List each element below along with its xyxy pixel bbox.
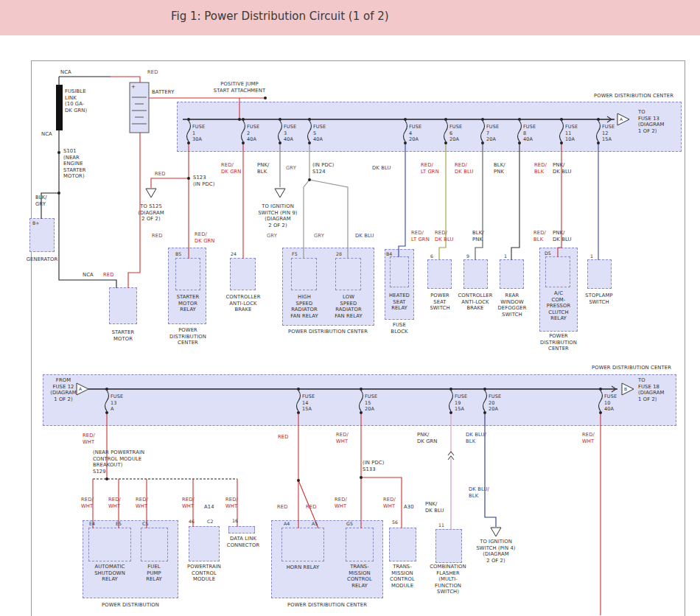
lbl-red-dkblu-2: RED/ DK BLU <box>435 230 454 242</box>
fuse-15-out-dot <box>360 411 363 414</box>
fuse-6-out-dot <box>444 141 447 144</box>
junction-dot <box>308 178 311 181</box>
pin-d5: D5 <box>545 251 551 257</box>
fuse-2-tap-dot <box>242 118 245 121</box>
fuse-8-element <box>518 121 522 141</box>
fuse-13-tap-dot <box>105 388 108 391</box>
junction-dot <box>57 192 60 195</box>
pin-g5: G5 <box>346 521 353 528</box>
fuse-5-tap-dot <box>308 118 311 121</box>
fuse-7-tap-dot <box>481 118 484 121</box>
pin-56: 56 <box>392 519 398 526</box>
fuse-6-element <box>444 121 448 141</box>
pin-11: 11 <box>438 522 444 529</box>
lbl-red-5: RED <box>278 434 289 441</box>
fuse-13-element <box>105 391 109 411</box>
lbl-asd-relay: AUTOMATIC SHUTDOWN RELAY <box>94 564 125 583</box>
lbl-pdc1-title: POWER DISTRIBUTION CENTER <box>594 93 673 99</box>
junction-dot <box>360 476 363 479</box>
fuse-15-tap-dot <box>360 388 363 391</box>
fuse-11-tap-dot <box>560 118 563 121</box>
lbl-red-6: RED <box>277 504 288 511</box>
fuse-19-tap-dot <box>449 388 452 391</box>
fuse-12-label: FUSE 12 15A <box>602 124 615 143</box>
fuse-4-tap-dot <box>404 118 407 121</box>
lbl-power-seat: POWER SEAT SWITCH <box>430 293 449 312</box>
fuse-8-out-dot <box>518 141 521 144</box>
lbl-nca-1: NCA <box>60 69 71 76</box>
lbl-gry-1: GRY <box>286 165 296 172</box>
pin-f5: F5 <box>292 251 298 258</box>
fuse-1-element <box>187 121 191 141</box>
fuse-4-out-dot <box>404 141 407 144</box>
lbl-to-ignition-4: TO IGNITION SWITCH (PIN 4) (DIAGRAM 2 OF… <box>476 539 515 564</box>
pin-e4: E4 <box>89 521 95 528</box>
lbl-s101: S101 (NEAR ENGINE STARTER MOTOR) <box>63 148 86 180</box>
fuse-2-out-dot <box>242 141 245 144</box>
pin-c2: C2 <box>207 519 213 525</box>
connector-to-fuse18-letter: B <box>624 386 627 393</box>
pin-b4: B4 <box>386 251 392 258</box>
lbl-battery: BATTERY <box>152 89 174 96</box>
lbl-blk-pnk-1: BLK/ PNK <box>494 162 505 175</box>
fuse-11-label: FUSE 11 10A <box>565 124 578 143</box>
pin-24: 24 <box>231 251 237 258</box>
lbl-red-ltgrn-2: RED/ LT GRN <box>411 230 430 242</box>
pin-1a: 1 <box>504 253 507 260</box>
lbl-red-wht-4: RED/ WHT <box>81 497 94 509</box>
lbl-red-2: RED <box>103 272 114 279</box>
fuse-8-label: FUSE 8 40A <box>523 124 536 143</box>
junction-dot <box>105 477 108 480</box>
lbl-stoplamp: STOPLAMP SWITCH <box>585 293 612 305</box>
fuse-19-label: FUSE 19 15A <box>455 393 467 413</box>
fuse-7-element <box>481 121 485 141</box>
lbl-s133: (IN PDC) S133 <box>363 460 384 472</box>
fuse-10-tap-dot <box>599 388 602 391</box>
lbl-starter-motor-relay: STARTER MOTOR RELAY <box>177 294 200 313</box>
battery-plus-terminal: + <box>131 84 136 91</box>
lbl-red-wht-10: RED/ WHT <box>383 497 396 509</box>
lbl-red-wht-1: RED/ WHT <box>83 433 95 445</box>
pin-c5: C5 <box>142 521 148 528</box>
fuse-14-element <box>297 391 301 411</box>
fuse-3-tap-dot <box>279 118 281 121</box>
lbl-red-wht-2: RED/ WHT <box>336 432 349 444</box>
fuse-5-out-dot <box>308 141 311 144</box>
fuse-13-label: FUSE 13 A <box>111 393 123 413</box>
lbl-dkblu-2: DK BLU <box>355 233 374 239</box>
lbl-to-fuse18: TO FUSE 18 (DIAGRAM 1 OF 2) <box>638 377 664 402</box>
lbl-ac-relay: A/C COM- PRESSOR CLUTCH RELAY <box>547 290 571 322</box>
lbl-controller-alb-1: CONTROLLER ANTI-LOCK BRAKE <box>226 294 261 313</box>
connector-to-ignition-pin9-icon <box>275 189 285 197</box>
pin-6: 6 <box>430 253 433 260</box>
lbl-pnk-dkgrn: PNK/ DK GRN <box>417 432 438 444</box>
lbl-pcm: POWERTRAIN CONTROL MODULE <box>187 564 221 583</box>
fuse-20-element <box>483 391 487 411</box>
junction-dot <box>57 151 60 154</box>
pin-b5: B5 <box>175 251 181 258</box>
fuse-10-out-dot <box>599 411 602 414</box>
lbl-pnk-dkblu-1: PNK/ DK BLU <box>553 162 572 175</box>
lbl-defogger: REAR WINDOW DEFOGGER SWITCH <box>497 293 526 318</box>
lbl-dlc: DATA LINK CONNECTOR <box>227 536 259 548</box>
junction-dot <box>264 97 267 99</box>
fuse-20-tap-dot <box>483 388 486 391</box>
fuse-15-label: FUSE 15 20A <box>365 393 377 413</box>
fuse-19-out-dot <box>449 411 452 414</box>
fuse-11-element <box>560 121 564 141</box>
lbl-fuel-pump: FUEL PUMP RELAY <box>146 564 162 583</box>
red-wire-s123-s125 <box>151 178 189 188</box>
fuse-19-element <box>449 391 453 411</box>
lbl-high-speed-fan: HIGH SPEED RADIATOR FAN RELAY <box>290 294 318 319</box>
lbl-fuse-block: FUSE BLOCK <box>391 322 407 335</box>
lbl-red-7: RED <box>306 504 317 511</box>
pin-16: 16 <box>232 518 238 525</box>
connector-to-s125-icon <box>146 189 156 197</box>
fuse-2-label: FUSE 2 40A <box>247 124 259 143</box>
blk-pnk-wire-fuse8 <box>511 143 519 260</box>
fuse-11-out-dot <box>560 141 563 144</box>
lbl-gry-2: GRY <box>267 233 277 239</box>
lbl-red-4: RED <box>152 233 163 239</box>
fuse-3-element <box>279 121 282 141</box>
lbl-low-speed-fan: LOW SPEED RADIATOR FAN RELAY <box>335 294 362 319</box>
